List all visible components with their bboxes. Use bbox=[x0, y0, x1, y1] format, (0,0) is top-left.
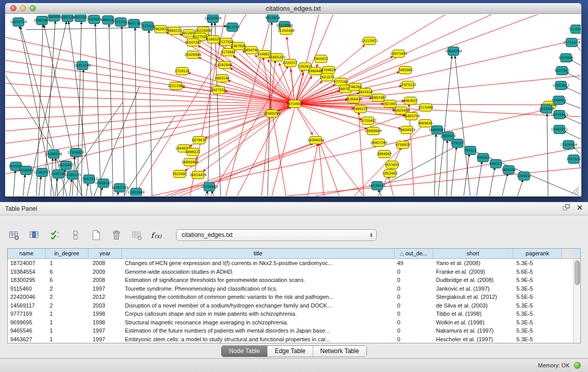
graph-node[interactable]: 2803144 bbox=[215, 75, 230, 82]
table-row[interactable]: 2242004622012Investigating the contribut… bbox=[8, 293, 580, 301]
resize-grip-icon[interactable] bbox=[570, 185, 580, 195]
graph-node[interactable]: 9227343 bbox=[555, 67, 570, 75]
graph-node[interactable]: 1990448 bbox=[308, 68, 323, 75]
graph-node[interactable]: 18907249 bbox=[370, 139, 387, 147]
delete-table-icon[interactable] bbox=[110, 228, 123, 242]
graph-node[interactable]: 17975115 bbox=[399, 81, 416, 89]
graph-node[interactable]: 9115460 bbox=[419, 104, 433, 112]
graph-node[interactable]: 16543382 bbox=[184, 39, 201, 47]
column-header-name[interactable]: name bbox=[8, 249, 46, 258]
graph-node[interactable]: 8813054 bbox=[266, 14, 280, 23]
table-row[interactable]: 1938455462009Genome-wide association stu… bbox=[8, 268, 580, 276]
column-header-title[interactable]: title bbox=[122, 249, 395, 258]
graph-node[interactable]: 16099489 bbox=[181, 159, 198, 166]
graph-node[interactable]: 12213971 bbox=[361, 37, 378, 45]
column-header-short[interactable]: short bbox=[433, 249, 513, 258]
select-rows-icon[interactable] bbox=[48, 228, 61, 242]
column-header-out_de[interactable]: △out_de... bbox=[395, 249, 433, 258]
graph-node[interactable]: 1167532 bbox=[567, 155, 581, 164]
graph-node[interactable]: 1527602 bbox=[87, 15, 102, 24]
graph-node[interactable]: 2718126 bbox=[175, 68, 190, 75]
graph-node[interactable]: 16648784 bbox=[445, 47, 462, 56]
graph-node[interactable]: 19384554 bbox=[307, 137, 324, 144]
graph-node[interactable]: 15992071 bbox=[551, 125, 568, 134]
network-canvas[interactable]: 14055724 20691406 1889041 1065324 106532… bbox=[6, 14, 581, 196]
table-selector-dropdown[interactable]: citations_edges.txt ▲▼ bbox=[176, 229, 377, 241]
graph-node[interactable]: 16136141 bbox=[368, 182, 385, 190]
graph-node[interactable]: 12342757 bbox=[33, 168, 50, 177]
graph-node[interactable]: 9777169 bbox=[334, 78, 349, 86]
graph-node[interactable]: 3824554 bbox=[358, 89, 373, 96]
close-panel-icon[interactable]: ✕ bbox=[576, 204, 583, 211]
column-header-in_degree[interactable]: in_degree bbox=[46, 249, 89, 258]
select-column-icon[interactable] bbox=[28, 228, 41, 242]
table-row[interactable]: 1456911722003Disruption of a novel membe… bbox=[8, 301, 580, 310]
graph-node[interactable]: 7625402 bbox=[172, 170, 187, 178]
graph-node[interactable]: 1852482 bbox=[383, 170, 398, 178]
graph-node[interactable]: 9245012 bbox=[517, 172, 532, 181]
graph-node[interactable]: 7857224 bbox=[225, 23, 240, 32]
table-settings-icon[interactable] bbox=[7, 228, 20, 242]
graph-node[interactable]: 10688609 bbox=[364, 127, 381, 135]
graph-node[interactable]: 9129946 bbox=[559, 54, 574, 62]
citation-network-graph[interactable]: 14055724 20691406 1889041 1065324 106532… bbox=[6, 14, 581, 196]
scrollbar-thumb[interactable] bbox=[575, 260, 580, 285]
graph-node[interactable]: 1604540 bbox=[502, 166, 516, 174]
graph-node[interactable]: 934511 bbox=[490, 160, 503, 168]
graph-node[interactable]: 9242848 bbox=[217, 61, 232, 69]
graph-node[interactable]: 16782759 bbox=[111, 184, 128, 192]
table-row[interactable]: 977716911998Corpus callosum shape and si… bbox=[8, 310, 580, 318]
graph-node[interactable]: 12213369 bbox=[167, 82, 184, 90]
graph-node[interactable]: 8427552 bbox=[211, 86, 226, 94]
tab-edge-table[interactable]: Edge Table bbox=[268, 346, 313, 357]
vertical-scrollbar[interactable] bbox=[573, 259, 580, 343]
graph-node[interactable]: 18300295 bbox=[263, 110, 280, 118]
stacked-boxes-icon[interactable] bbox=[69, 228, 82, 242]
tab-node-table[interactable]: Node Table bbox=[222, 346, 268, 357]
graph-node[interactable]: 791912 bbox=[464, 146, 477, 155]
table-row[interactable]: 911546021997Tourette syndrome. Phenomeno… bbox=[8, 285, 580, 293]
function-icon[interactable]: f(x) bbox=[150, 228, 164, 242]
graph-node[interactable]: 9175685 bbox=[221, 49, 236, 56]
graph-node[interactable]: 12923448 bbox=[127, 188, 144, 196]
graph-node[interactable]: 884542 bbox=[477, 154, 490, 162]
graph-node[interactable]: 17359928 bbox=[67, 148, 84, 157]
graph-node[interactable]: 19634923 bbox=[398, 126, 415, 134]
graph-node[interactable]: 8220317 bbox=[283, 59, 298, 67]
graph-node[interactable]: 8860123 bbox=[167, 27, 182, 35]
graph-node[interactable]: 1145190 bbox=[51, 170, 66, 179]
graph-node[interactable]: 15716485 bbox=[201, 183, 217, 191]
column-header-pagerank[interactable]: pagerank bbox=[513, 249, 562, 258]
graph-node[interactable]: 9699695 bbox=[418, 120, 433, 127]
new-table-icon[interactable] bbox=[89, 228, 102, 242]
graph-node[interactable]: 16033809 bbox=[204, 14, 221, 23]
table-row[interactable]: 1872400712008Changes of HCN gene express… bbox=[8, 259, 580, 268]
graph-node[interactable]: 7955812 bbox=[314, 55, 329, 63]
graph-node[interactable]: 14055724 bbox=[10, 18, 27, 27]
graph-node[interactable]: 11254409 bbox=[277, 27, 294, 35]
graph-node[interactable]: 9975487 bbox=[59, 161, 74, 170]
graph-node[interactable]: 1621072 bbox=[320, 74, 335, 81]
graph-node[interactable]: 62160 bbox=[384, 100, 396, 108]
graph-node[interactable]: 5878832 bbox=[192, 137, 207, 144]
graph-node[interactable]: 10807487 bbox=[369, 94, 386, 102]
graph-node[interactable]: 4498222 bbox=[186, 148, 201, 156]
window-titlebar[interactable]: citations_edges.txt bbox=[5, 3, 581, 14]
graph-node[interactable]: 9756928 bbox=[396, 141, 410, 149]
graph-node[interactable]: 1244419 bbox=[552, 96, 567, 105]
graph-node[interactable]: 22420046 bbox=[184, 51, 201, 59]
table-row[interactable]: 1830029562008Estimation of significance … bbox=[8, 276, 580, 285]
graph-node[interactable]: 16210643 bbox=[551, 111, 568, 119]
graph-node[interactable]: 9215953 bbox=[539, 105, 554, 114]
delete-column-icon[interactable] bbox=[130, 228, 143, 242]
graph-node[interactable]: 6794028 bbox=[321, 67, 336, 74]
graph-node[interactable]: 7986372 bbox=[353, 105, 368, 113]
graph-node[interactable]: 7485063 bbox=[398, 67, 413, 74]
graph-node[interactable]: 679197 bbox=[451, 139, 464, 148]
float-panel-icon[interactable] bbox=[563, 204, 570, 211]
graph-node[interactable]: 15720407 bbox=[359, 117, 376, 125]
column-header-year[interactable]: year bbox=[89, 249, 122, 258]
graph-node[interactable]: 1615453 bbox=[385, 161, 400, 169]
graph-node[interactable]: 2684067 bbox=[377, 150, 392, 158]
graph-node[interactable]: 15885203 bbox=[268, 54, 285, 61]
